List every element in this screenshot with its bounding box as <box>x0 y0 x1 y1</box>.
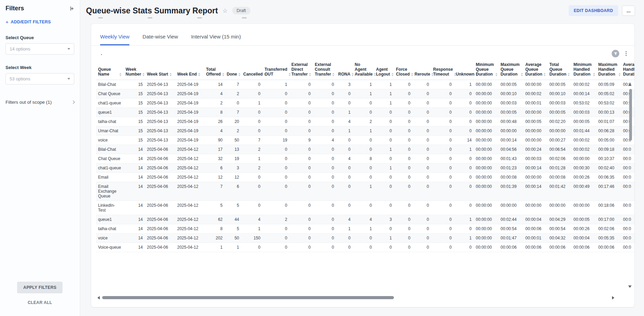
column-header-reroute[interactable]: Reroute <box>412 61 431 80</box>
cell: 0 <box>336 99 353 108</box>
sort-icon[interactable] <box>222 73 224 77</box>
cell: 0 <box>313 89 336 99</box>
column-header-total-queue-duration[interactable]: Total Queue Duration <box>547 61 571 80</box>
scroll-up-arrow[interactable] <box>628 83 632 86</box>
cell: 00:00:14 <box>571 89 596 99</box>
scroll-down-arrow[interactable] <box>628 285 632 288</box>
scroll-left-arrow[interactable] <box>97 296 100 300</box>
column-header-minimum-queue-duration[interactable]: Minimum Queue Duration <box>474 61 498 80</box>
sort-icon[interactable] <box>289 73 291 77</box>
cell: 2025-04-13 <box>145 126 175 136</box>
cell: 00:0 <box>621 182 634 201</box>
sort-icon[interactable] <box>238 73 240 77</box>
tab-interval-view[interactable]: Interval View (15 min) <box>191 34 241 45</box>
table-row[interactable]: talha-chat152025-04-132025-04-1926200000… <box>96 117 634 126</box>
table-row[interactable]: chat1-queue152025-04-132025-04-192010000… <box>96 99 634 108</box>
column-header-no-agent-available[interactable]: No Agent Available <box>353 61 374 80</box>
sort-icon[interactable] <box>495 73 497 77</box>
table-row[interactable]: Chat Queue142025-04-062025-04-1232191000… <box>96 154 634 163</box>
column-header-maximum-queue-duration[interactable]: Maximum Queue Duration <box>498 61 523 80</box>
sort-icon[interactable] <box>119 73 121 77</box>
cell: 0 <box>431 99 454 108</box>
column-header-week-number[interactable]: Week Number <box>124 61 145 80</box>
edit-dashboard-button[interactable]: EDIT DASHBOARD <box>569 5 618 16</box>
table-row[interactable]: Email142025-04-062025-04-121212000000000… <box>96 173 634 182</box>
kebab-menu-icon[interactable]: ⋮ <box>623 51 629 56</box>
cell: 2025-04-12 <box>175 163 204 173</box>
sort-icon[interactable] <box>521 73 523 77</box>
column-header-transferred-out[interactable]: Transferred OUT <box>262 61 289 80</box>
tab-weekly-view[interactable]: Weekly View <box>100 34 129 45</box>
cell: 6 <box>225 182 241 201</box>
table-row[interactable]: Voice-queue142025-04-062025-04-121100000… <box>96 243 634 252</box>
column-header-rona[interactable]: RONA <box>336 61 353 80</box>
column-header-agent-logout[interactable]: Agent Logout <box>374 61 394 80</box>
table-row[interactable]: Bilal-Chat152025-04-132025-04-1914701003… <box>96 80 634 89</box>
sort-icon[interactable] <box>544 73 546 77</box>
cell: 0 <box>289 163 313 173</box>
table-row[interactable]: voice152025-04-132025-04-199050719940000… <box>96 136 634 145</box>
column-header-total-offered[interactable]: Total Offered <box>204 61 225 80</box>
column-filter-button[interactable] <box>612 50 619 57</box>
sort-icon[interactable] <box>309 73 311 77</box>
tab-date-wise-view[interactable]: Date-wise View <box>142 34 178 45</box>
column-header-response-timeout[interactable]: Response Timeout <box>431 61 454 80</box>
column-header-done[interactable]: Done <box>225 61 241 80</box>
sort-icon[interactable] <box>332 73 334 77</box>
sort-icon[interactable] <box>619 73 621 77</box>
column-header-maximum-handled-duration[interactable]: Maximum Handled Duration <box>596 61 621 80</box>
table-row[interactable]: queue1142025-04-062025-04-12624442004430… <box>96 215 634 224</box>
more-options-button[interactable]: ... <box>622 5 635 16</box>
clear-all-button[interactable]: CLEAR ALL <box>0 300 80 305</box>
column-header-average-handled-duration[interactable]: Average Handled Duration <box>621 61 634 80</box>
column-header-minimum-handled-duration[interactable]: Minimum Handled Duration <box>571 61 596 80</box>
table-row[interactable]: Umar-Chat152025-04-132025-04-19420000110… <box>96 126 634 136</box>
vertical-scrollbar-thumb[interactable] <box>629 89 632 140</box>
table-row[interactable]: chat1-queue142025-04-062025-04-126320000… <box>96 163 634 173</box>
sort-icon[interactable] <box>142 73 144 77</box>
cell: 00:00:00 <box>474 99 498 108</box>
sort-icon[interactable] <box>198 73 200 77</box>
sort-icon[interactable] <box>593 73 595 77</box>
cell: 00:00:02 <box>523 89 547 99</box>
cell: 3 <box>374 215 394 224</box>
cell: 7 <box>225 80 241 89</box>
column-header-label: Week Start <box>147 72 168 77</box>
select-queue-dropdown[interactable]: 14 options <box>6 43 74 55</box>
cell: 14 <box>454 136 474 145</box>
horizontal-scrollbar-thumb[interactable] <box>102 296 394 299</box>
select-week-dropdown[interactable]: 53 options <box>6 73 74 84</box>
table-row[interactable]: LinkedIn-Test142025-04-062025-04-1255000… <box>96 201 634 215</box>
apply-filters-button[interactable]: APPLY FILTERS <box>17 282 63 293</box>
sort-icon[interactable] <box>568 73 570 77</box>
column-header-cancelled[interactable]: Cancelled <box>241 61 262 80</box>
sort-icon[interactable] <box>411 73 413 77</box>
cell: 0 <box>353 136 374 145</box>
sort-icon[interactable] <box>170 73 172 77</box>
filters-out-of-scope[interactable]: Filters out of scope (1) <box>6 100 74 105</box>
table-row[interactable]: voice142025-04-062025-04-122025015000000… <box>96 234 634 243</box>
column-header-force-closed[interactable]: Force Closed <box>394 61 412 80</box>
sort-icon[interactable] <box>391 73 394 77</box>
table-zone: . ⋮ Queue NameWeek NumberWeek StartWeek … <box>91 46 634 307</box>
column-header-unknown[interactable]: Unknown <box>454 61 474 80</box>
column-header-average-queue-duration[interactable]: Average Queue Duration <box>523 61 547 80</box>
column-header-week-end[interactable]: Week End <box>175 61 204 80</box>
add-edit-filters-button[interactable]: + ADD/EDIT FILTERS <box>6 19 74 25</box>
table-row[interactable]: Bilal-Chat142025-04-062025-04-1217132000… <box>96 145 634 154</box>
table-row[interactable]: queue1152025-04-132025-04-19870000100000… <box>96 108 634 117</box>
cell: 00:5 <box>621 99 634 108</box>
collapse-sidebar-icon[interactable] <box>69 6 74 11</box>
scroll-right-arrow[interactable] <box>612 296 614 300</box>
stats-table-container: Queue NameWeek NumberWeek StartWeek EndT… <box>96 61 634 293</box>
sort-icon[interactable] <box>352 73 354 77</box>
table-row[interactable]: talha-chat142025-04-062025-04-1285100011… <box>96 224 634 234</box>
column-header-queue-name[interactable]: Queue Name <box>96 61 124 80</box>
column-header-external-direct-transfer[interactable]: External Direct Transfer <box>289 61 313 80</box>
cell: 0 <box>353 173 374 182</box>
star-icon[interactable]: ☆ <box>222 7 227 14</box>
column-header-external-consult-transfer[interactable]: External Consult Transfer <box>313 61 336 80</box>
table-row[interactable]: Email Exchange Queue142025-04-062025-04-… <box>96 182 634 201</box>
table-row[interactable]: Chat Queue152025-04-132025-04-1942000001… <box>96 89 634 99</box>
column-header-week-start[interactable]: Week Start <box>145 61 175 80</box>
